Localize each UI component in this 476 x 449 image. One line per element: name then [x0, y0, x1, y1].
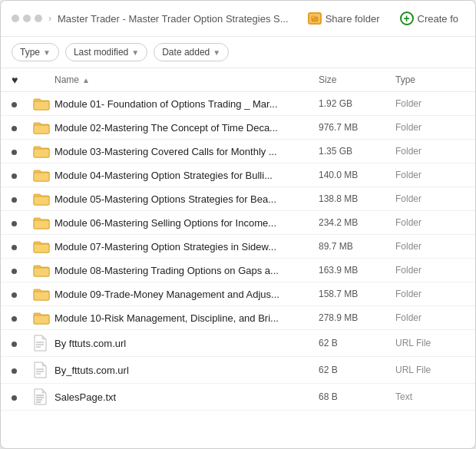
file-icon-cell	[33, 311, 55, 325]
txt-file-icon	[33, 388, 47, 405]
table-row[interactable]: Module 07-Mastering Option Strategies in…	[1, 235, 475, 259]
table-row[interactable]: Module 10-Risk Management, Discipline, a…	[1, 306, 475, 330]
date-added-caret: ▼	[213, 48, 220, 57]
type-filter-label: Type	[20, 47, 40, 58]
table-row[interactable]: Module 09-Trade-Money Management and Adj…	[1, 282, 475, 306]
table-row[interactable]: By_fttuts.com.url62 BURL File	[1, 357, 475, 384]
fav-indicator	[12, 192, 33, 206]
item-type: Folder	[395, 193, 464, 204]
folder-icon	[33, 311, 50, 325]
item-type: Text	[395, 391, 464, 402]
item-size: 158.7 MB	[319, 289, 395, 299]
item-type: Folder	[395, 312, 464, 323]
item-name: Module 07-Mastering Option Strategies in…	[55, 241, 319, 253]
item-type: Folder	[395, 289, 464, 299]
item-size: 140.0 MB	[319, 170, 395, 180]
folder-icon	[33, 216, 50, 229]
last-modified-filter-button[interactable]: Last modified ▼	[65, 43, 147, 61]
breadcrumb-title: Master Trader - Master Trader Option Str…	[58, 13, 296, 25]
svg-rect-1	[312, 16, 315, 18]
item-name: By fttuts.com.url	[55, 338, 319, 349]
table-row[interactable]: Module 06-Mastering Selling Options for …	[1, 211, 475, 235]
date-added-label: Date added	[162, 47, 210, 58]
fav-dot	[12, 245, 17, 250]
file-icon-cell	[33, 144, 55, 158]
item-size: 1.35 GB	[319, 146, 395, 157]
item-name: SalesPage.txt	[55, 391, 319, 403]
folder-icon	[33, 263, 50, 277]
fav-indicator	[12, 121, 33, 134]
fav-dot	[12, 150, 17, 155]
file-icon-cell	[33, 263, 55, 277]
url-file-icon	[33, 362, 47, 378]
type-filter-button[interactable]: Type ▼	[12, 43, 59, 61]
dot3	[35, 15, 42, 22]
share-folder-button[interactable]: Share folder	[302, 9, 386, 28]
item-size: 62 B	[319, 338, 395, 348]
item-name: By_fttuts.com.url	[55, 365, 319, 376]
table-body: Module 01- Foundation of Options Trading…	[1, 92, 475, 411]
name-col-label: Name	[55, 74, 79, 85]
table-row[interactable]: SalesPage.txt68 BText	[1, 384, 475, 411]
name-col-header[interactable]: Name ▲	[55, 74, 319, 85]
url-file-icon	[33, 335, 47, 352]
file-icon-cell	[33, 168, 55, 182]
item-type: Folder	[395, 170, 464, 180]
name-sort-icon: ▲	[82, 76, 90, 84]
folder-icon	[33, 121, 50, 134]
item-size: 68 B	[319, 391, 395, 402]
table-row[interactable]: Module 05-Mastering Options Strategies f…	[1, 187, 475, 211]
table-row[interactable]: Module 04-Mastering Option Strategies fo…	[1, 163, 475, 187]
item-size: 138.8 MB	[319, 193, 395, 204]
file-icon-cell	[33, 335, 55, 352]
item-name: Module 02-Mastering The Concept of Time …	[55, 122, 319, 134]
item-type: Folder	[395, 265, 464, 276]
fav-dot	[12, 126, 17, 131]
table-row[interactable]: Module 01- Foundation of Options Trading…	[1, 92, 475, 116]
fav-indicator	[12, 216, 33, 229]
item-name: Module 08-Mastering Trading Options on G…	[55, 265, 319, 276]
window-controls	[12, 15, 42, 22]
fav-indicator	[12, 239, 33, 253]
item-name: Module 06-Mastering Selling Options for …	[55, 217, 319, 229]
file-icon-cell	[33, 97, 55, 111]
fav-dot	[12, 221, 17, 226]
fav-dot	[12, 102, 17, 107]
table-row[interactable]: Module 08-Mastering Trading Options on G…	[1, 259, 475, 282]
folder-icon	[33, 192, 50, 206]
item-name: Module 01- Foundation of Options Trading…	[55, 98, 319, 110]
file-icon-cell	[33, 388, 55, 405]
table-row[interactable]: Module 02-Mastering The Concept of Time …	[1, 116, 475, 140]
fav-indicator	[12, 97, 33, 111]
fav-indicator	[12, 287, 33, 301]
type-filter-caret: ▼	[43, 48, 51, 57]
file-icon-cell	[33, 287, 55, 301]
folder-icon	[33, 287, 50, 301]
main-window: › Master Trader - Master Trader Option S…	[0, 0, 476, 449]
item-name: Module 04-Mastering Option Strategies fo…	[55, 170, 319, 181]
heart-icon: ♥	[12, 74, 18, 86]
table-row[interactable]: By fttuts.com.url62 BURL File	[1, 330, 475, 357]
fav-dot	[12, 197, 17, 203]
table-row[interactable]: Module 03-Mastering Covered Calls for Mo…	[1, 140, 475, 163]
item-size: 163.9 MB	[319, 265, 395, 276]
fav-dot	[12, 395, 17, 401]
item-type: URL File	[395, 365, 464, 375]
fav-dot	[12, 342, 17, 347]
breadcrumb-chevron: ›	[48, 13, 51, 24]
fav-indicator	[12, 144, 33, 158]
item-size: 89.7 MB	[319, 241, 395, 252]
create-button[interactable]: + Create fo	[394, 8, 464, 28]
size-col-header: Size	[319, 74, 395, 85]
item-name: Module 10-Risk Management, Discipline, a…	[55, 312, 319, 324]
share-icon	[308, 12, 322, 25]
share-label: Share folder	[326, 13, 380, 25]
item-size: 62 B	[319, 365, 395, 375]
fav-indicator	[12, 363, 33, 377]
last-modified-label: Last modified	[74, 47, 128, 58]
fav-indicator	[12, 336, 33, 350]
fav-indicator	[12, 311, 33, 325]
date-added-filter-button[interactable]: Date added ▼	[154, 43, 229, 61]
item-type: Folder	[395, 241, 464, 252]
folder-icon	[33, 144, 50, 158]
